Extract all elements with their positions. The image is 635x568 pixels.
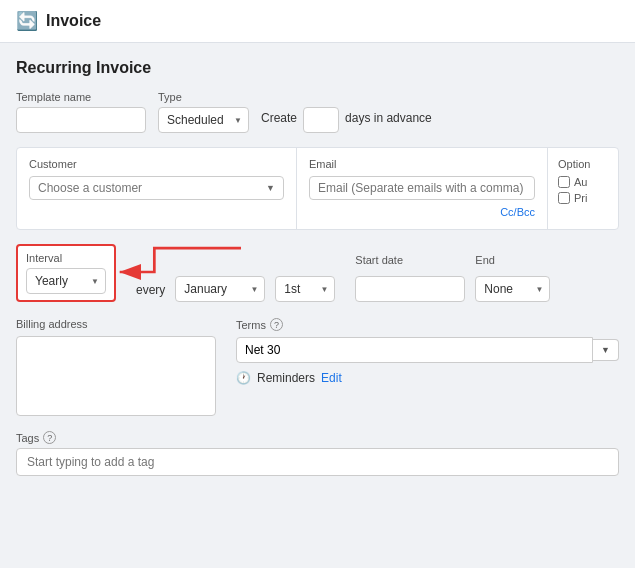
interval-group: Interval Yearly Monthly Weekly Daily	[16, 244, 116, 302]
page-container: 🔄 Invoice Recurring Invoice Template nam…	[0, 0, 635, 568]
tags-label-row: Tags ?	[16, 431, 619, 444]
day-select[interactable]: 1st2nd3rd 4th5th	[275, 276, 335, 302]
cc-bcc-section: Cc/Bcc	[309, 204, 535, 219]
end-select[interactable]: None Date	[475, 276, 550, 302]
type-select-wrapper: Scheduled Manual	[158, 107, 249, 133]
days-input[interactable]	[303, 107, 339, 133]
end-label: End	[475, 254, 550, 266]
options-checkboxes: Au Pri	[558, 176, 608, 204]
terms-select-wrapper: Net 30 Net 15 Net 60 Due on receipt ▼	[236, 337, 619, 363]
create-label: Create	[261, 111, 297, 130]
section-title: Recurring Invoice	[16, 59, 619, 77]
email-input[interactable]	[309, 176, 535, 200]
option-auto: Au	[558, 176, 608, 188]
end-group: End None Date	[475, 254, 550, 302]
tags-section: Tags ?	[16, 431, 619, 476]
terms-section: Terms ? Net 30 Net 15 Net 60 Due on rece…	[236, 318, 619, 419]
terms-label-row: Terms ?	[236, 318, 619, 331]
email-section: Email Cc/Bcc	[297, 148, 548, 229]
month-select-wrapper: JanuaryFebruaryMarch AprilMayJune JulyAu…	[175, 276, 265, 302]
interval-select-wrapper: Yearly Monthly Weekly Daily	[26, 268, 106, 294]
type-select[interactable]: Scheduled Manual	[158, 107, 249, 133]
days-in-advance-label: days in advance	[345, 111, 432, 130]
customer-email-row: Customer ▼ Email Cc/Bcc Option	[16, 147, 619, 230]
start-date-input[interactable]	[355, 276, 465, 302]
option-pri: Pri	[558, 192, 608, 204]
reminders-row: 🕐 Reminders Edit	[236, 371, 619, 385]
interval-row: Interval Yearly Monthly Weekly Daily	[16, 244, 619, 302]
reminders-clock-icon: 🕐	[236, 371, 251, 385]
email-label: Email	[309, 158, 535, 170]
cc-bcc-link[interactable]: Cc/Bcc	[500, 206, 535, 218]
template-type-row: Template name Type Scheduled Manual Crea…	[16, 91, 619, 133]
option-auto-checkbox[interactable]	[558, 176, 570, 188]
billing-textarea[interactable]	[16, 336, 216, 416]
customer-input-wrapper[interactable]: ▼	[29, 176, 284, 200]
reminders-edit-link[interactable]: Edit	[321, 371, 342, 385]
tags-help-icon[interactable]: ?	[43, 431, 56, 444]
options-label: Option	[558, 158, 608, 170]
type-group: Type Scheduled Manual	[158, 91, 249, 133]
customer-section: Customer ▼	[17, 148, 297, 229]
terms-dropdown-button[interactable]: ▼	[593, 339, 619, 361]
interval-select[interactable]: Yearly Monthly Weekly Daily	[26, 268, 106, 294]
month-select[interactable]: JanuaryFebruaryMarch AprilMayJune JulyAu…	[175, 276, 265, 302]
page-title: Invoice	[46, 12, 101, 30]
tags-input[interactable]	[16, 448, 619, 476]
main-content: Recurring Invoice Template name Type Sch…	[0, 43, 635, 476]
terms-label: Terms	[236, 319, 266, 331]
option-pri-label: Pri	[574, 192, 587, 204]
template-name-input[interactable]	[16, 107, 146, 133]
terms-select[interactable]: Net 30 Net 15 Net 60 Due on receipt	[236, 337, 593, 363]
create-advance-group: Create days in advance	[261, 107, 432, 133]
template-name-label: Template name	[16, 91, 146, 103]
billing-terms-row: Billing address Terms ? Net 30 Net 15 Ne…	[16, 318, 619, 419]
customer-label: Customer	[29, 158, 284, 170]
customer-input[interactable]	[38, 181, 266, 195]
customer-chevron-icon: ▼	[266, 183, 275, 193]
options-section: Option Au Pri	[548, 148, 618, 229]
billing-label: Billing address	[16, 318, 216, 330]
terms-help-icon[interactable]: ?	[270, 318, 283, 331]
page-header: 🔄 Invoice	[0, 0, 635, 43]
billing-section: Billing address	[16, 318, 216, 419]
end-select-wrapper: None Date	[475, 276, 550, 302]
day-select-wrapper: 1st2nd3rd 4th5th	[275, 276, 335, 302]
template-name-group: Template name	[16, 91, 146, 133]
start-date-group: Start date	[355, 254, 465, 302]
tags-label: Tags	[16, 432, 39, 444]
reminders-label: Reminders	[257, 371, 315, 385]
option-pri-checkbox[interactable]	[558, 192, 570, 204]
invoice-icon: 🔄	[16, 10, 38, 32]
type-label: Type	[158, 91, 249, 103]
start-date-label: Start date	[355, 254, 465, 266]
interval-label: Interval	[26, 252, 106, 264]
option-auto-label: Au	[574, 176, 587, 188]
every-label: every	[136, 283, 165, 302]
